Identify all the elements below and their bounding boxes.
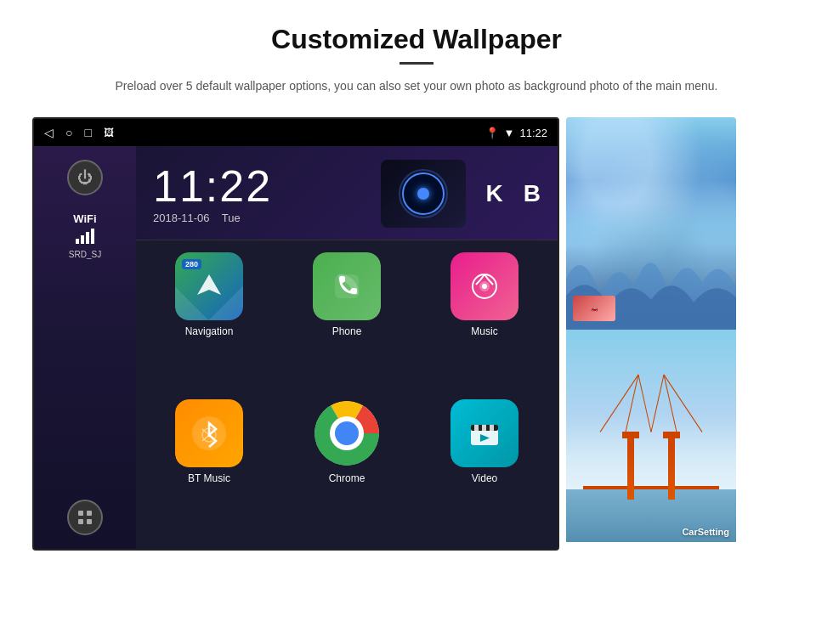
app-video-label: Video bbox=[472, 472, 497, 484]
svg-rect-4 bbox=[335, 274, 359, 298]
svg-rect-1 bbox=[87, 511, 92, 516]
title-divider bbox=[400, 62, 434, 65]
app-grid: 280 Navigation bbox=[136, 240, 558, 549]
wallpaper-bottom[interactable]: CarSetting bbox=[566, 330, 736, 542]
screen-center: 11:22 2018-11-06 Tue bbox=[136, 146, 558, 549]
clock-area: 11:22 2018-11-06 Tue bbox=[136, 146, 558, 240]
app-btmusic-label: BT Music bbox=[188, 472, 230, 484]
clock-time: 11:22 bbox=[153, 164, 367, 208]
back-icon[interactable]: ◁ bbox=[44, 126, 54, 139]
status-bar: ◁ ○ □ 🖼 📍 ▼ 11:22 bbox=[34, 119, 558, 146]
svg-rect-19 bbox=[490, 425, 494, 431]
wifi-bar-3 bbox=[86, 232, 89, 244]
apps-grid-button[interactable] bbox=[67, 500, 103, 535]
home-icon[interactable]: ○ bbox=[65, 126, 72, 139]
main-content: ◁ ○ □ 🖼 📍 ▼ 11:22 ⏻ WiFi bbox=[0, 109, 833, 551]
carsetting-label: CarSetting bbox=[682, 527, 729, 537]
nav-badge: 280 bbox=[182, 259, 201, 269]
wifi-bar-4 bbox=[91, 229, 94, 244]
recents-icon[interactable]: □ bbox=[84, 126, 91, 139]
svg-rect-0 bbox=[78, 511, 83, 516]
page-title: Customized Wallpaper bbox=[68, 24, 765, 55]
svg-rect-3 bbox=[87, 519, 92, 524]
app-btmusic[interactable]: BT Music bbox=[144, 399, 274, 538]
clock-section: 11:22 2018-11-06 Tue bbox=[153, 164, 367, 224]
wifi-ssid: SRD_SJ bbox=[69, 250, 101, 259]
svg-rect-17 bbox=[474, 425, 479, 431]
svg-point-14 bbox=[335, 421, 359, 445]
wifi-bar-1 bbox=[76, 239, 79, 244]
sidebar: ⏻ WiFi SRD_SJ bbox=[34, 146, 136, 549]
svg-line-26 bbox=[664, 375, 702, 432]
screen-body: ⏻ WiFi SRD_SJ bbox=[34, 146, 558, 549]
wallpapers-panel: 🚗 bbox=[566, 117, 736, 551]
signal-icon bbox=[402, 172, 445, 215]
svg-line-23 bbox=[638, 375, 651, 432]
app-music[interactable]: Music bbox=[420, 252, 549, 391]
status-time: 11:22 bbox=[519, 127, 547, 139]
location-icon: 📍 bbox=[485, 127, 499, 139]
wifi-widget: WiFi SRD_SJ bbox=[69, 212, 101, 261]
app-navigation[interactable]: 280 Navigation bbox=[144, 252, 274, 391]
app-chrome[interactable]: Chrome bbox=[282, 399, 411, 538]
wifi-bars bbox=[69, 229, 101, 244]
page-header: Customized Wallpaper Preload over 5 defa… bbox=[0, 0, 833, 109]
svg-rect-2 bbox=[78, 519, 83, 524]
svg-rect-18 bbox=[482, 425, 486, 431]
svg-line-21 bbox=[600, 375, 638, 432]
svg-line-22 bbox=[626, 375, 638, 432]
app-navigation-label: Navigation bbox=[185, 325, 234, 337]
page-subtitle: Preload over 5 default wallpaper options… bbox=[110, 76, 722, 95]
app-phone[interactable]: Phone bbox=[282, 252, 411, 391]
device-screen: ◁ ○ □ 🖼 📍 ▼ 11:22 ⏻ WiFi bbox=[32, 117, 559, 551]
app-phone-label: Phone bbox=[332, 325, 362, 337]
screenshot-icon[interactable]: 🖼 bbox=[104, 127, 114, 138]
clock-date: 2018-11-06 Tue bbox=[153, 212, 367, 224]
signal-widget bbox=[381, 160, 466, 228]
app-video[interactable]: Video bbox=[420, 399, 549, 538]
small-card: 🚗 bbox=[573, 296, 615, 321]
ki-label: K bbox=[486, 180, 503, 207]
app-music-label: Music bbox=[471, 325, 497, 337]
wifi-signal-icon: ▼ bbox=[504, 127, 515, 139]
svg-point-8 bbox=[482, 284, 487, 289]
wifi-bar-2 bbox=[81, 235, 84, 244]
svg-line-24 bbox=[651, 375, 664, 432]
svg-line-25 bbox=[664, 375, 677, 432]
wifi-label: WiFi bbox=[69, 212, 101, 225]
app-chrome-label: Chrome bbox=[329, 472, 366, 484]
power-button[interactable]: ⏻ bbox=[67, 160, 103, 195]
b-label: B bbox=[524, 180, 541, 207]
wallpaper-top[interactable]: 🚗 bbox=[566, 117, 736, 330]
